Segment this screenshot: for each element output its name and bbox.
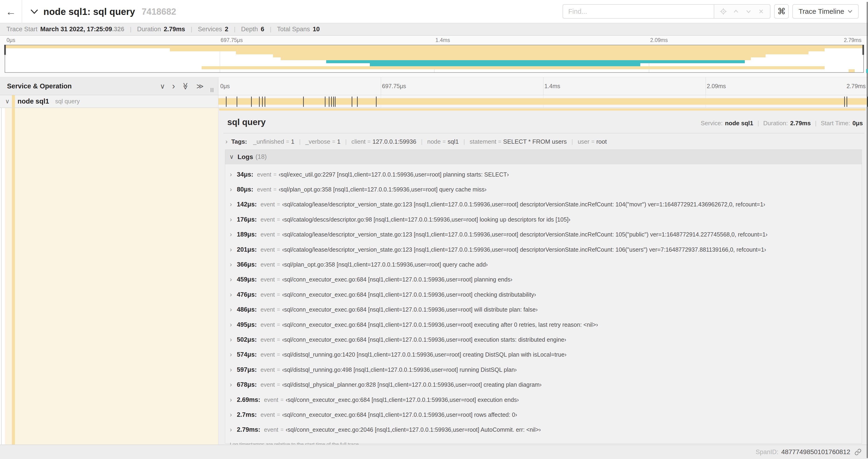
log-field-value: ‹sql/plan_opt.go:358 [nsql1,client=127.0…: [279, 186, 487, 193]
minimap-edge-teal-mark: [866, 69, 868, 73]
log-row[interactable]: › 34μs: event = ‹sql/exec_util.go:2297 […: [225, 167, 862, 182]
log-chevron-right-icon[interactable]: ›: [230, 201, 237, 208]
services-label: Services: [198, 26, 222, 33]
minimap-right-scrubber[interactable]: [862, 45, 864, 55]
log-row[interactable]: › 201μs: event = ‹sql/catalog/lease/desc…: [225, 242, 862, 257]
log-chevron-right-icon[interactable]: ›: [230, 231, 237, 238]
next-match-chevron-down-icon[interactable]: [745, 8, 752, 15]
tag[interactable]: node=sql1: [427, 138, 459, 145]
log-row[interactable]: › 678μs: event = ‹sql/distsql_physical_p…: [225, 377, 862, 392]
collapse-one-chevron-down-icon[interactable]: ∨: [160, 82, 165, 90]
collapse-all-double-chevron-down-icon[interactable]: ≫: [182, 82, 190, 90]
log-row[interactable]: › 476μs: event = ‹sql/conn_executor_exec…: [225, 287, 862, 302]
log-row[interactable]: › 2.7ms: event = ‹sql/conn_executor_exec…: [225, 407, 862, 422]
tag[interactable]: _verbose=1: [305, 138, 340, 145]
depth-label: Depth: [241, 26, 258, 33]
log-chevron-right-icon[interactable]: ›: [230, 411, 237, 418]
span-detail-duration-bar: [219, 108, 866, 110]
prev-match-chevron-up-icon[interactable]: [732, 8, 740, 15]
log-row[interactable]: › 459μs: event = ‹sql/conn_executor_exec…: [225, 272, 862, 287]
duration-label: Duration: [137, 26, 161, 33]
log-chevron-right-icon[interactable]: ›: [230, 276, 237, 283]
timeline-ruler: 0μs697.75μs1.4ms2.09ms2.79ms: [218, 77, 868, 95]
expand-one-chevron-right-icon[interactable]: ›: [172, 81, 175, 91]
tag-value: 1: [337, 138, 340, 145]
keyboard-shortcuts-button[interactable]: ⌘: [774, 4, 789, 19]
log-field-key: event: [257, 186, 271, 193]
tag[interactable]: client=127.0.0.1:59936: [351, 138, 416, 145]
log-timestamp: 366μs:: [237, 261, 257, 268]
log-timestamp: 502μs:: [237, 336, 257, 343]
log-row[interactable]: › 189μs: event = ‹sql/catalog/lease/desc…: [225, 227, 862, 242]
log-chevron-right-icon[interactable]: ›: [230, 216, 237, 223]
span-row[interactable]: ∨ node sql1 sql query: [0, 95, 868, 108]
tag[interactable]: statement=SELECT * FROM users: [470, 138, 567, 145]
log-chevron-right-icon[interactable]: ›: [230, 186, 237, 193]
log-chevron-right-icon[interactable]: ›: [230, 396, 237, 403]
log-chevron-right-icon[interactable]: ›: [230, 306, 237, 313]
span-row-timeline[interactable]: [218, 95, 868, 107]
trace-view-selector[interactable]: Trace Timeline: [793, 4, 859, 19]
collapse-trace-chevron-icon[interactable]: [30, 9, 38, 15]
find-box[interactable]: [563, 4, 714, 19]
logs-accordion-header[interactable]: ∨ Logs (18): [225, 150, 862, 164]
log-row[interactable]: › 486μs: event = ‹sql/conn_executor_exec…: [225, 302, 862, 317]
back-arrow-icon[interactable]: ←: [6, 6, 16, 18]
log-chevron-right-icon[interactable]: ›: [230, 291, 237, 298]
log-chevron-right-icon[interactable]: ›: [230, 336, 237, 343]
minimap-span-bar: [5, 45, 863, 48]
log-timestamp: 486μs:: [237, 306, 257, 313]
log-row[interactable]: › 597μs: event = ‹sql/distsql_running.go…: [225, 362, 862, 377]
log-row[interactable]: › 2.69ms: event = ‹sql/conn_executor_exe…: [225, 392, 862, 407]
log-row[interactable]: › 366μs: event = ‹sql/plan_opt.go:358 [n…: [225, 257, 862, 272]
log-chevron-right-icon[interactable]: ›: [230, 381, 237, 388]
services-value: 2: [225, 26, 228, 33]
log-chevron-right-icon[interactable]: ›: [230, 321, 237, 328]
log-chevron-right-icon[interactable]: ›: [230, 366, 237, 373]
span-children-chevron-down-icon[interactable]: ∨: [5, 98, 9, 105]
log-row[interactable]: › 2.79ms: event = ‹sql/conn_executor_exe…: [225, 422, 862, 437]
divider: |: [234, 26, 236, 33]
span-color-stripe: [12, 108, 15, 445]
locate-icon[interactable]: [720, 8, 727, 15]
tag[interactable]: user=root: [578, 138, 607, 145]
divider: |: [571, 138, 573, 145]
span-row-name-column[interactable]: ∨ node sql1 sql query: [0, 95, 218, 107]
minimap-left-scrubber[interactable]: [4, 45, 6, 55]
log-marker-tick: [259, 97, 260, 107]
expand-all-double-chevron-right-icon[interactable]: ≫: [196, 82, 204, 90]
tag-key: _verbose: [305, 138, 330, 145]
divider: |: [757, 120, 759, 127]
back-button[interactable]: ←: [0, 0, 22, 23]
log-marker-tick: [325, 97, 326, 107]
equals-sign: =: [277, 412, 280, 418]
log-chevron-right-icon[interactable]: ›: [230, 171, 237, 178]
equals-sign: =: [280, 427, 283, 433]
column-resizer-grip[interactable]: [211, 88, 213, 92]
equals-sign: =: [277, 352, 280, 358]
span-log-markers: [218, 95, 868, 107]
log-chevron-right-icon[interactable]: ›: [230, 426, 237, 433]
equals-sign: =: [277, 201, 280, 207]
log-row[interactable]: › 80μs: event = ‹sql/plan_opt.go:358 [ns…: [225, 182, 862, 197]
tags-chevron-right-icon[interactable]: ›: [225, 138, 227, 145]
tags-accordion[interactable]: › Tags: _unfinished=1|_verbose=1|client=…: [225, 138, 607, 145]
clear-find-x-icon[interactable]: [757, 8, 765, 15]
find-input[interactable]: [568, 8, 708, 15]
log-row[interactable]: › 142μs: event = ‹sql/catalog/lease/desc…: [225, 197, 862, 212]
log-row[interactable]: › 495μs: event = ‹sql/conn_executor_exec…: [225, 317, 862, 332]
deep-link-icon[interactable]: [855, 449, 862, 456]
logs-chevron-down-icon[interactable]: ∨: [229, 153, 234, 160]
log-chevron-right-icon[interactable]: ›: [230, 351, 237, 358]
equals-sign: =: [277, 367, 280, 373]
minimap-canvas[interactable]: [5, 45, 864, 73]
log-row[interactable]: › 574μs: event = ‹sql/distsql_running.go…: [225, 347, 862, 362]
tag[interactable]: _unfinished=1: [253, 138, 294, 145]
log-row[interactable]: › 502μs: event = ‹sql/conn_executor_exec…: [225, 332, 862, 347]
log-chevron-right-icon[interactable]: ›: [230, 246, 237, 253]
minimap-span-bar: [170, 48, 825, 51]
tag-value: SELECT * FROM users: [503, 138, 567, 145]
log-row[interactable]: › 176μs: event = ‹sql/catalog/descs/desc…: [225, 212, 862, 227]
tag-key: _unfinished: [253, 138, 284, 145]
log-chevron-right-icon[interactable]: ›: [230, 261, 237, 268]
